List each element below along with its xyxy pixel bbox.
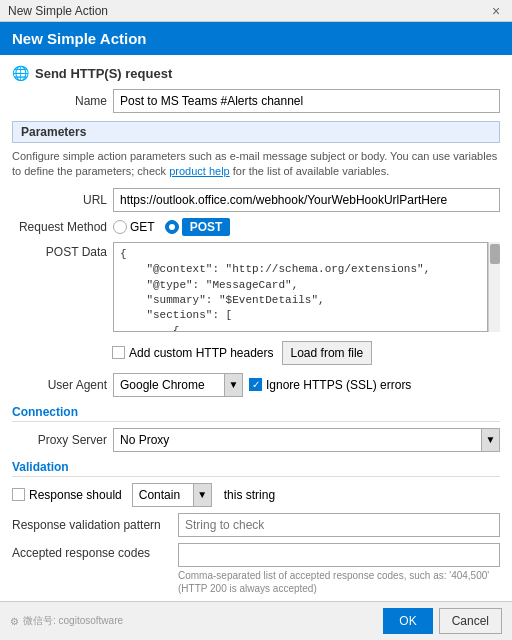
get-label: GET: [130, 220, 155, 234]
get-radio[interactable]: GET: [113, 220, 155, 234]
accepted-codes-area: Comma-separated list of accepted respons…: [178, 543, 500, 595]
globe-icon: 🌐: [12, 65, 29, 81]
get-radio-btn[interactable]: [113, 220, 127, 234]
ignore-ssl-label: Ignore HTTPS (SSL) errors: [266, 378, 411, 392]
accepted-codes-input[interactable]: [178, 543, 500, 567]
response-should-row: Response should Contain ▼ this string: [12, 483, 500, 507]
this-string-label: this string: [224, 488, 275, 502]
name-label: Name: [12, 94, 107, 108]
response-should-checkbox-box[interactable]: [12, 488, 25, 501]
load-from-file-button[interactable]: Load from file: [282, 341, 373, 365]
ok-button[interactable]: OK: [383, 608, 432, 634]
post-radio-btn[interactable]: [165, 220, 179, 234]
contain-arrow[interactable]: ▼: [193, 484, 211, 506]
header-title: New Simple Action: [12, 30, 146, 47]
postdata-container: { "@context": "http://schema.org/extensi…: [113, 242, 500, 335]
useragent-select[interactable]: Google Chrome ▼: [113, 373, 243, 397]
ignore-ssl-checkbox[interactable]: ✓ Ignore HTTPS (SSL) errors: [249, 378, 411, 392]
response-should-checkbox[interactable]: Response should: [12, 488, 122, 502]
proxy-row: Proxy Server No Proxy ▼: [12, 428, 500, 452]
footer-bar: ⚙ 微信号: cogitosoftware OK Cancel: [0, 601, 512, 640]
validation-pattern-row: Response validation pattern: [12, 513, 500, 537]
post-radio[interactable]: POST: [165, 218, 231, 236]
response-should-label: Response should: [29, 488, 122, 502]
section-title-row: 🌐 Send HTTP(S) request: [12, 65, 500, 81]
url-row: URL: [12, 188, 500, 212]
proxy-label: Proxy Server: [12, 433, 107, 447]
useragent-value: Google Chrome: [114, 378, 224, 392]
post-badge: POST: [182, 218, 231, 236]
brand-icon: ⚙: [10, 616, 19, 627]
scrollbar[interactable]: [488, 242, 500, 332]
postdata-row: POST Data { "@context": "http://schema.o…: [12, 242, 500, 335]
method-label: Request Method: [12, 220, 107, 234]
contain-select[interactable]: Contain ▼: [132, 483, 212, 507]
url-input[interactable]: [113, 188, 500, 212]
footer-brand: ⚙ 微信号: cogitosoftware: [10, 614, 123, 628]
accepted-codes-hint: Comma-separated list of accepted respons…: [178, 569, 500, 595]
title-bar-text: New Simple Action: [8, 4, 108, 18]
validation-pattern-label: Response validation pattern: [12, 518, 172, 532]
headers-row: Add custom HTTP headers Load from file: [12, 341, 500, 365]
method-row: Request Method GET POST: [12, 218, 500, 236]
scrollbar-thumb: [490, 244, 500, 264]
close-button[interactable]: ×: [488, 3, 504, 19]
main-content: 🌐 Send HTTP(S) request Name Parameters C…: [0, 55, 512, 635]
add-headers-checkbox[interactable]: Add custom HTTP headers: [112, 346, 274, 360]
product-help-link[interactable]: product help: [169, 165, 230, 177]
proxy-value: No Proxy: [114, 433, 481, 447]
name-input[interactable]: [113, 89, 500, 113]
useragent-label: User Agent: [12, 378, 107, 392]
useragent-arrow[interactable]: ▼: [224, 374, 242, 396]
add-headers-checkbox-box[interactable]: [112, 346, 125, 359]
contain-value: Contain: [133, 488, 193, 502]
proxy-arrow[interactable]: ▼: [481, 429, 499, 451]
proxy-select[interactable]: No Proxy ▼: [113, 428, 500, 452]
radio-group: GET POST: [113, 218, 230, 236]
cancel-button[interactable]: Cancel: [439, 608, 502, 634]
connection-header: Connection: [12, 405, 500, 422]
params-desc: Configure simple action parameters such …: [12, 149, 500, 180]
section-main-title: Send HTTP(S) request: [35, 66, 172, 81]
postdata-textarea[interactable]: { "@context": "http://schema.org/extensi…: [113, 242, 488, 332]
accepted-codes-row: Accepted response codes Comma-separated …: [12, 543, 500, 595]
useragent-row: User Agent Google Chrome ▼ ✓ Ignore HTTP…: [12, 373, 500, 397]
header-bar: New Simple Action: [0, 22, 512, 55]
ignore-ssl-checkbox-box[interactable]: ✓: [249, 378, 262, 391]
brand-text: 微信号: cogitosoftware: [23, 614, 123, 628]
validation-header: Validation: [12, 460, 500, 477]
add-headers-label: Add custom HTTP headers: [129, 346, 274, 360]
url-label: URL: [12, 193, 107, 207]
title-bar: New Simple Action ×: [0, 0, 512, 22]
name-row: Name: [12, 89, 500, 113]
params-header: Parameters: [12, 121, 500, 143]
accepted-codes-label: Accepted response codes: [12, 543, 172, 560]
validation-pattern-input[interactable]: [178, 513, 500, 537]
postdata-label: POST Data: [12, 242, 107, 259]
